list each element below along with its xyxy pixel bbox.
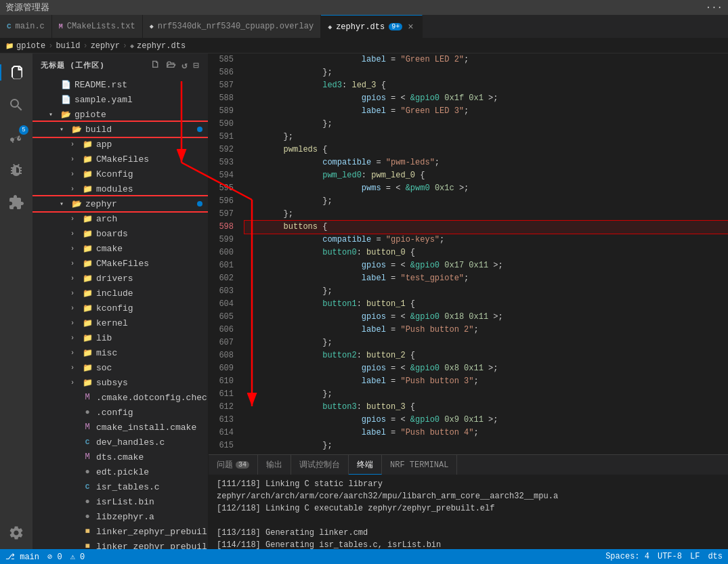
zephyr-dot xyxy=(197,201,202,207)
sidebar-item-drivers[interactable]: › 📁 drivers xyxy=(33,271,208,286)
sidebar-item-subsys[interactable]: › 📁 subsys xyxy=(33,375,208,390)
sidebar-item-checksum[interactable]: M .cmake.dotconfig.checksum xyxy=(33,390,208,405)
breadcrumb-build[interactable]: build xyxy=(56,41,80,51)
folder-icon-drivers: 📁 xyxy=(81,274,93,284)
breadcrumb-gpiote[interactable]: gpiote xyxy=(16,41,45,51)
tab-output[interactable]: 输出 xyxy=(258,455,291,475)
folder-icon-modules: 📁 xyxy=(81,184,93,194)
code-line: compatible = "pwm-leds"; xyxy=(244,156,728,169)
tab-label-main-c: main.c xyxy=(16,22,45,31)
chevron-down-icon: ▾ xyxy=(49,110,60,118)
tree-label-app: app xyxy=(96,139,112,150)
file-icon-edt-pickle: ● xyxy=(81,467,93,477)
tab-problems[interactable]: 问题 34 xyxy=(209,455,258,475)
sidebar-item-libzephyr[interactable]: ● libzephyr.a xyxy=(33,509,208,524)
tree-label-kconfig-z: kconfig xyxy=(96,303,133,313)
activity-settings[interactable] xyxy=(0,517,33,549)
sidebar-item-isr-tables[interactable]: C isr_tables.c xyxy=(33,479,208,494)
chevron-right-icon-subsys: › xyxy=(70,379,81,387)
code-line: gpios = < &gpio0 0x17 0x11 >; xyxy=(244,259,728,272)
overlay-file-icon: ◆ xyxy=(150,22,154,30)
status-warnings[interactable]: ⚠ 0 xyxy=(70,552,85,562)
tab-overlay[interactable]: ◆ nrf5340dk_nrf5340_cpuapp.overlay xyxy=(143,15,321,38)
chevron-right-icon-drivers: › xyxy=(70,275,81,282)
sidebar-item-include[interactable]: › 📁 include xyxy=(33,286,208,301)
status-language[interactable]: dts xyxy=(708,552,723,561)
sidebar-item-sample-yaml[interactable]: 📄 sample.yaml xyxy=(33,92,208,107)
title-bar-menu[interactable]: ··· xyxy=(706,2,723,13)
sidebar-item-cmake[interactable]: › 📁 cmake xyxy=(33,241,208,256)
code-line: label = "Green LED 2"; xyxy=(244,53,728,66)
sidebar-item-build[interactable]: ▾ 📂 build xyxy=(33,122,208,137)
sidebar-item-arch[interactable]: › 📁 arch xyxy=(33,211,208,226)
tab-nrf-terminal[interactable]: NRF TERMINAL xyxy=(382,455,457,475)
sidebar-item-gpiote[interactable]: ▾ 📂 gpiote xyxy=(33,107,208,122)
activity-search[interactable] xyxy=(0,89,33,121)
activity-source-control[interactable]: 5 xyxy=(0,121,33,154)
sidebar-item-config[interactable]: ● .config xyxy=(33,405,208,420)
activity-extensions[interactable] xyxy=(0,186,33,219)
folder-icon-cmake: 📁 xyxy=(81,244,93,254)
sidebar-item-dts-cmake[interactable]: M dts.cmake xyxy=(33,450,208,464)
tree-label-dts-cmake: dts.cmake xyxy=(96,452,144,462)
new-file-icon[interactable]: 🗋 xyxy=(150,60,160,71)
tree-label-soc: soc xyxy=(96,363,112,373)
code-line: button3: button_3 { xyxy=(244,401,728,414)
sidebar-item-kconfig-z[interactable]: › 📁 kconfig xyxy=(33,301,208,316)
breadcrumb-zephyr-dts[interactable]: zephyr.dts xyxy=(137,41,186,51)
sidebar-item-boards[interactable]: › 📁 boards xyxy=(33,226,208,241)
sidebar-item-zephyr[interactable]: ▾ 📂 zephyr xyxy=(33,196,208,211)
status-eol[interactable]: LF xyxy=(690,552,700,561)
sidebar-item-linker-prebuilt-dep[interactable]: ■ linker_zephyr_prebuilt.cmd.dep xyxy=(33,539,208,549)
collapse-icon[interactable]: ⊟ xyxy=(194,60,200,71)
sidebar-item-soc[interactable]: › 📁 soc xyxy=(33,360,208,375)
folder-icon-cmakefiles-z: 📁 xyxy=(81,259,93,269)
sidebar-content: 📄 README.rst 📄 sample.yaml ▾ 📂 gpiote xyxy=(33,77,208,549)
tab-zephyr-dts[interactable]: ◆ zephyr.dts 9+ × xyxy=(321,15,422,38)
folder-icon-subsys: 📁 xyxy=(81,378,93,388)
sidebar-item-kconfig[interactable]: › 📁 Kconfig xyxy=(33,167,208,181)
tab-cmakelists[interactable]: M CMakeLists.txt xyxy=(52,15,143,38)
status-errors[interactable]: ⊘ 0 xyxy=(47,552,62,562)
sidebar-item-cmake-install[interactable]: M cmake_install.cmake xyxy=(33,420,208,435)
sidebar-item-cmakefiles[interactable]: › 📁 CMakeFiles xyxy=(33,152,208,167)
sidebar-item-app[interactable]: › 📁 app xyxy=(33,137,208,152)
new-folder-icon[interactable]: 🗁 xyxy=(166,60,176,71)
sidebar-item-cmakefiles-z[interactable]: › 📁 CMakeFiles xyxy=(33,256,208,271)
activity-explorer[interactable] xyxy=(0,56,33,89)
file-icon-sample-yaml: 📄 xyxy=(60,95,72,105)
tab-main-c[interactable]: C main.c xyxy=(0,15,52,38)
sidebar-item-misc[interactable]: › 📁 misc xyxy=(33,345,208,360)
sidebar-item-kernel[interactable]: › 📁 kernel xyxy=(33,316,208,330)
tab-output-label: 输出 xyxy=(266,459,282,471)
tab-terminal[interactable]: 终端 xyxy=(349,455,382,475)
code-editor: 585 586 587 588 589 590 591 592 593 594 … xyxy=(209,53,728,454)
code-line: }; xyxy=(244,131,728,144)
sidebar-item-lib[interactable]: › 📁 lib xyxy=(33,330,208,345)
refresh-icon[interactable]: ↺ xyxy=(181,60,188,71)
status-spaces[interactable]: Spaces: 4 xyxy=(605,552,649,561)
chevron-right-icon-app: › xyxy=(70,141,81,148)
chevron-right-icon-misc: › xyxy=(70,349,81,357)
tab-debug-console[interactable]: 调试控制台 xyxy=(291,455,349,475)
file-icon-linker-prebuilt-dep: ■ xyxy=(81,542,93,549)
chevron-right-icon-include: › xyxy=(70,290,81,297)
tree-label-dotconfig: .config xyxy=(96,408,133,418)
tab-close-zephyr-dts[interactable]: × xyxy=(406,22,414,32)
breadcrumb-zephyr[interactable]: zephyr xyxy=(91,41,120,51)
activity-debug[interactable] xyxy=(0,154,33,186)
chevron-right-icon-kernel: › xyxy=(70,320,81,327)
folder-icon-cmakefiles: 📁 xyxy=(81,154,93,165)
sidebar-item-edt-pickle[interactable]: ● edt.pickle xyxy=(33,464,208,479)
terminal-content: [111/118] Linking C static library zephy… xyxy=(209,475,728,549)
sidebar-item-readme[interactable]: 📄 README.rst xyxy=(33,77,208,92)
sidebar-item-linker-prebuilt-cmd[interactable]: ■ linker_zephyr_prebuilt.cmd xyxy=(33,524,208,539)
breadcrumb: 📁 gpiote › build › zephyr › ◆ zephyr.dts xyxy=(0,39,728,53)
status-branch[interactable]: ⎇ main xyxy=(5,552,39,562)
sidebar-item-isrlist-bin[interactable]: ● isrList.bin xyxy=(33,494,208,509)
sidebar-item-dev-handles[interactable]: C dev_handles.c xyxy=(33,435,208,450)
folder-icon-boards: 📁 xyxy=(81,229,93,239)
status-encoding[interactable]: UTF-8 xyxy=(658,552,682,561)
code-content[interactable]: label = "Green LED 2"; }; led3: led_3 { … xyxy=(239,53,728,454)
sidebar-item-modules[interactable]: › 📁 modules xyxy=(33,181,208,196)
